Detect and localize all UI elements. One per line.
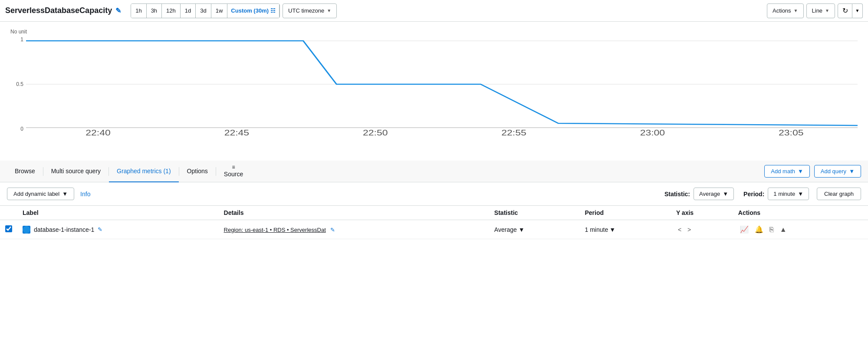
period-label: Period: (743, 191, 764, 198)
row-yaxis-cell: < > (671, 220, 733, 239)
y-axis-labels: 1 0.5 0 (10, 36, 24, 132)
statistic-group: Statistic: Average ▼ Period: 1 minute ▼ … (664, 188, 861, 200)
time-3d-button[interactable]: 3d (196, 3, 211, 18)
tab-multi-source[interactable]: Multi source query (43, 161, 108, 182)
add-math-caret-icon: ▼ (798, 168, 803, 175)
svg-text:22:50: 22:50 (363, 128, 388, 136)
table-header-row: Label Details Statistic Period Y axis Ac… (0, 206, 868, 220)
tab-source[interactable]: ≡ Source (216, 161, 251, 182)
action-copy-button[interactable]: ⎘ (768, 225, 776, 234)
y-axis-label: No unit (10, 29, 858, 35)
metric-color-swatch[interactable] (23, 226, 30, 234)
metrics-toolbar: Add dynamic label ▼ Info Statistic: Aver… (0, 182, 868, 206)
add-query-button[interactable]: Add query ▼ (814, 165, 861, 178)
refresh-group: ↻ ▼ (838, 3, 863, 18)
edit-details-icon[interactable]: ✎ (330, 227, 335, 233)
col-period: Period (579, 206, 671, 220)
row-period-caret-icon[interactable]: ▼ (609, 226, 615, 233)
statistic-label: Statistic: (664, 191, 690, 198)
time-custom-button[interactable]: Custom (30m) ☷ (227, 3, 279, 18)
clear-graph-button[interactable]: Clear graph (817, 188, 861, 200)
tab-browse[interactable]: Browse (7, 161, 43, 182)
row-actions-cell: 📈 🔔 ⎘ ▲ (733, 220, 868, 239)
add-math-button[interactable]: Add math ▼ (764, 165, 810, 178)
metrics-table-container: Label Details Statistic Period Y axis Ac… (0, 206, 868, 239)
custom-label: Custom (30m) (231, 7, 269, 14)
svg-text:23:05: 23:05 (779, 128, 803, 136)
metric-label: database-1-instance-1 (34, 226, 94, 233)
dynamic-label-caret-icon: ▼ (62, 191, 68, 197)
row-period-cell: 1 minute ▼ (579, 220, 671, 239)
timezone-label: UTC timezone (288, 7, 324, 14)
yaxis-left-button[interactable]: < (676, 225, 683, 234)
refresh-caret-button[interactable]: ▼ (852, 3, 863, 18)
dashboard-title-group: ServerlessDatabaseCapacity ✎ (5, 6, 121, 15)
statistic-caret-icon: ▼ (723, 191, 728, 197)
line-label: Line (812, 7, 823, 14)
tabs-bar: Browse Multi source query Graphed metric… (0, 161, 868, 182)
time-3h-button[interactable]: 3h (147, 3, 162, 18)
time-12h-button[interactable]: 12h (162, 3, 181, 18)
timezone-dropdown[interactable]: UTC timezone ▼ (283, 3, 337, 18)
y-label-0: 0 (10, 126, 23, 132)
row-checkbox[interactable] (5, 225, 12, 232)
svg-text:22:40: 22:40 (85, 128, 110, 136)
y-label-1: 1 (10, 36, 23, 43)
metrics-table: Label Details Statistic Period Y axis Ac… (0, 206, 868, 239)
metric-details[interactable]: Region: us-east-1 • RDS • ServerlessDat (224, 227, 326, 233)
tab-actions: Add math ▼ Add query ▼ (764, 165, 861, 178)
time-1w-button[interactable]: 1w (211, 3, 228, 18)
col-yaxis: Y axis (671, 206, 733, 220)
actions-caret-icon: ▼ (794, 8, 798, 13)
tab-graphed-metrics[interactable]: Graphed metrics (1) (109, 161, 178, 182)
svg-text:22:55: 22:55 (501, 128, 526, 136)
statistic-select[interactable]: Average ▼ (694, 188, 734, 200)
edit-label-icon[interactable]: ✎ (98, 226, 102, 233)
time-1h-button[interactable]: 1h (131, 3, 146, 18)
row-statistic-cell: Average ▼ (489, 220, 580, 239)
action-expand-button[interactable]: ▲ (778, 225, 789, 234)
period-caret-icon: ▼ (798, 191, 803, 197)
edit-title-icon[interactable]: ✎ (115, 7, 121, 15)
row-checkbox-cell (0, 220, 17, 239)
actions-dropdown[interactable]: Actions ▼ (767, 3, 804, 18)
period-select[interactable]: 1 minute ▼ (768, 188, 809, 200)
row-action-buttons: 📈 🔔 ⎘ ▲ (738, 224, 863, 234)
toolbar-right: Actions ▼ Line ▼ ↻ ▼ (767, 3, 863, 18)
row-details-cell: Region: us-east-1 • RDS • ServerlessDat … (219, 220, 489, 239)
table-row: database-1-instance-1 ✎ Region: us-east-… (0, 220, 868, 239)
yaxis-right-button[interactable]: > (686, 225, 693, 234)
info-link[interactable]: Info (80, 191, 90, 198)
y-label-05: 0.5 (10, 81, 23, 87)
refresh-button[interactable]: ↻ (838, 3, 852, 18)
row-statistic-select: Average ▼ (494, 226, 575, 233)
row-stat-caret-icon[interactable]: ▼ (519, 226, 525, 233)
toolbar: ServerlessDatabaseCapacity ✎ 1h 3h 12h 1… (0, 0, 868, 22)
col-statistic: Statistic (489, 206, 580, 220)
actions-label: Actions (773, 7, 791, 14)
tab-options[interactable]: Options (179, 161, 216, 182)
col-actions: Actions (733, 206, 868, 220)
row-label-cell: database-1-instance-1 ✎ (17, 220, 219, 239)
time-range-group: 1h 3h 12h 1d 3d 1w Custom (30m) ☷ (131, 3, 280, 18)
tab-source-inner: ≡ Source (224, 165, 243, 178)
svg-text:22:45: 22:45 (224, 128, 249, 136)
col-details: Details (219, 206, 489, 220)
action-trend-button[interactable]: 📈 (738, 224, 750, 234)
col-checkbox (0, 206, 17, 220)
line-dropdown[interactable]: Line ▼ (806, 3, 835, 18)
row-yaxis-nav: < > (676, 225, 728, 234)
action-alarm-button[interactable]: 🔔 (753, 224, 765, 234)
chart-svg: 22:40 22:45 22:50 22:55 23:00 23:05 (26, 36, 858, 136)
chart-wrapper: 1 0.5 0 22:40 22:45 22:50 22:55 23:00 23… (10, 36, 858, 149)
col-label: Label (17, 206, 219, 220)
time-1d-button[interactable]: 1d (181, 3, 196, 18)
add-dynamic-label-button[interactable]: Add dynamic label ▼ (7, 188, 74, 200)
source-lines-icon: ≡ (232, 165, 235, 170)
add-query-caret-icon: ▼ (849, 168, 855, 175)
line-caret-icon: ▼ (825, 8, 829, 13)
timezone-caret-icon: ▼ (327, 8, 331, 13)
calendar-icon: ☷ (270, 7, 276, 14)
row-period-select: 1 minute ▼ (585, 226, 665, 233)
row-label-group: database-1-instance-1 ✎ (23, 226, 214, 234)
